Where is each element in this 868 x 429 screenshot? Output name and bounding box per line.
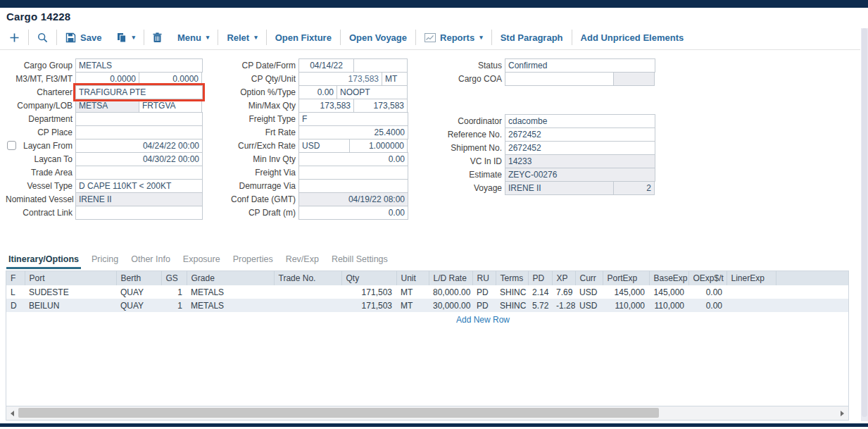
company-lob-input[interactable]: FRTGVA <box>139 99 202 113</box>
cp-draft-m-input[interactable]: 0.00 <box>298 206 408 220</box>
cell-port[interactable]: SUDESTE <box>25 285 116 299</box>
tab-properties[interactable]: Properties <box>231 251 275 269</box>
cell-portexp[interactable]: 145,000 <box>603 285 649 299</box>
freight-via-input[interactable] <box>298 166 408 180</box>
shipment-no-input[interactable]: 2672452 <box>505 141 655 155</box>
cell-berth[interactable]: QUAY <box>116 285 161 299</box>
search-button[interactable] <box>30 32 56 43</box>
add-new-row-link[interactable]: Add New Row <box>118 315 848 325</box>
cell-pd[interactable]: 2.14 <box>528 285 552 299</box>
column-header-ld-rate[interactable]: L/D Rate <box>429 271 472 285</box>
std-paragraph-button[interactable]: Std Paragraph <box>493 32 571 43</box>
column-header-berth[interactable]: Berth <box>116 271 161 285</box>
m3mt-ft3mt-input[interactable]: 0.0000 <box>139 72 202 86</box>
horizontal-scrollbar[interactable] <box>6 406 848 420</box>
curr-exch-rate-input[interactable]: USD <box>298 139 350 153</box>
vertical-scrollbar[interactable] <box>861 28 868 421</box>
save-button[interactable]: Save <box>58 32 109 43</box>
cell-xp[interactable]: -1.28 <box>552 299 575 312</box>
column-header-trade-no[interactable]: Trade No. <box>274 271 341 285</box>
cell-qty[interactable]: 171,503 <box>341 285 396 299</box>
cell-curr[interactable]: USD <box>575 299 603 312</box>
min-max-qty-input[interactable]: 173,583 <box>298 99 354 113</box>
laycan-from-checkbox[interactable] <box>7 141 16 150</box>
cp-date-form-input[interactable]: 04/14/22 <box>298 58 354 73</box>
column-header-oexp-t[interactable]: OExp$/t <box>688 271 727 285</box>
cell-f[interactable]: L <box>6 285 25 299</box>
cargo-coa-input[interactable] <box>505 72 614 86</box>
open-fixture-button[interactable]: Open Fixture <box>268 32 339 43</box>
cell-grade[interactable]: METALS <box>187 285 274 299</box>
column-header-qty[interactable]: Qty <box>341 271 396 285</box>
scroll-left-button[interactable] <box>6 406 18 420</box>
m3mt-ft3mt-input[interactable]: 0.0000 <box>75 72 139 86</box>
copy-button[interactable]: ▾ <box>109 32 143 43</box>
tab-itinerary-options[interactable]: Itinerary/Options <box>6 251 81 269</box>
open-voyage-button[interactable]: Open Voyage <box>341 32 415 43</box>
column-header-gs[interactable]: GS <box>161 271 187 285</box>
freight-type-input[interactable]: F <box>298 112 408 126</box>
cell-gs[interactable]: 1 <box>161 299 187 312</box>
option-pct-type-input[interactable]: 0.00 <box>298 85 337 99</box>
cell-curr[interactable]: USD <box>575 285 603 299</box>
cell-berth[interactable]: QUAY <box>116 299 161 312</box>
cell-ru[interactable]: PD <box>472 285 496 299</box>
curr-exch-rate-input[interactable]: 1.000000 <box>349 139 408 153</box>
cell-terms[interactable]: SHINC <box>496 299 528 312</box>
reports-button[interactable]: Reports▾ <box>417 32 491 43</box>
column-header-ru[interactable]: RU <box>472 271 496 285</box>
menu-button[interactable]: Menu▾ <box>170 32 217 43</box>
tab-pricing[interactable]: Pricing <box>89 251 120 269</box>
reference-no-input[interactable]: 2672452 <box>505 128 655 142</box>
relet-button[interactable]: Relet▾ <box>219 32 265 43</box>
cell-linerexp[interactable] <box>727 285 776 299</box>
min-inv-qty-input[interactable]: 0.00 <box>298 152 408 166</box>
column-header-baseexp[interactable]: BaseExp <box>649 271 688 285</box>
cp-date-form-input[interactable] <box>353 58 408 73</box>
cell-pd[interactable]: 5.72 <box>528 299 552 312</box>
cell-grade[interactable]: METALS <box>187 299 274 312</box>
cell-xp[interactable]: 7.69 <box>552 285 575 299</box>
vertical-scrollbar-thumb[interactable] <box>862 28 867 417</box>
tab-other-info[interactable]: Other Info <box>129 251 172 269</box>
add-button[interactable] <box>1 32 27 43</box>
demurrage-via-input[interactable] <box>298 179 408 193</box>
column-header-xp[interactable]: XP <box>552 271 575 285</box>
charterer-input[interactable]: TRAFIGURA PTE <box>75 85 203 99</box>
cell-f[interactable]: D <box>6 299 25 312</box>
column-header-port[interactable]: Port <box>25 271 116 285</box>
cell-gs[interactable]: 1 <box>161 285 187 299</box>
cell-portexp[interactable]: 110,000 <box>603 299 649 312</box>
vessel-type-input[interactable]: D CAPE 110KT < 200KT <box>75 179 203 193</box>
add-unpriced-elements-button[interactable]: Add Unpriced Elements <box>573 32 692 43</box>
coordinator-input[interactable]: cdacombe <box>505 114 655 128</box>
min-max-qty-input[interactable]: 173,583 <box>353 99 408 113</box>
scroll-right-button[interactable] <box>836 406 848 420</box>
column-header-portexp[interactable]: PortExp <box>603 271 649 285</box>
cell-unit[interactable]: MT <box>396 285 429 299</box>
cell-qty[interactable]: 171,503 <box>341 299 396 312</box>
column-header-unit[interactable]: Unit <box>396 271 429 285</box>
cargo-group-input[interactable]: METALS <box>75 58 203 73</box>
column-header-linerexp[interactable]: LinerExp <box>727 271 776 285</box>
column-header-grade[interactable]: Grade <box>187 271 274 285</box>
cell-port[interactable]: BEILUN <box>25 299 116 312</box>
cell-ld-rate[interactable]: 80,000.00 <box>429 285 472 299</box>
laycan-from-input[interactable]: 04/24/22 00:00 <box>75 139 203 153</box>
cell-baseexp[interactable]: 145,000 <box>649 285 688 299</box>
cell-ld-rate[interactable]: 30,000.00 <box>429 299 472 312</box>
tab-rev-exp[interactable]: Rev/Exp <box>284 251 321 269</box>
cp-qty-unit-input[interactable]: MT <box>382 72 408 86</box>
cell-oexp-t[interactable]: 0.00 <box>688 285 727 299</box>
cell-unit[interactable]: MT <box>396 299 429 312</box>
column-header-pd[interactable]: PD <box>528 271 552 285</box>
cell-trade-no[interactable] <box>274 299 341 312</box>
trade-area-input[interactable] <box>75 166 203 180</box>
horizontal-scrollbar-thumb[interactable] <box>18 408 659 418</box>
cp-qty-unit-input[interactable]: 173,583 <box>298 72 382 86</box>
cell-ru[interactable]: PD <box>472 299 496 312</box>
department-input[interactable] <box>75 112 203 126</box>
cell-trade-no[interactable] <box>274 285 341 299</box>
cell-terms[interactable]: SHINC <box>496 285 528 299</box>
cell-linerexp[interactable] <box>727 299 776 312</box>
